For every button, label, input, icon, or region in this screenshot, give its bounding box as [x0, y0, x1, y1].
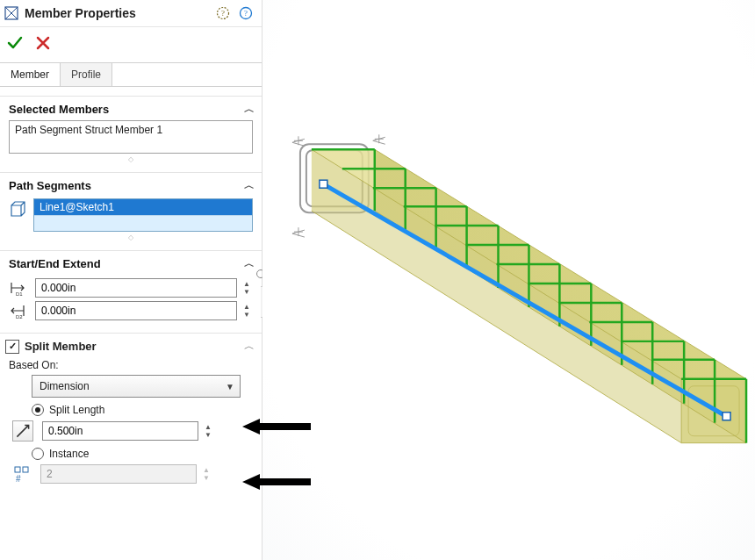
d1-input[interactable] [35, 278, 237, 298]
svg-rect-7 [15, 467, 20, 472]
path-segments-empty-area[interactable] [34, 215, 252, 231]
split-length-input[interactable] [42, 421, 198, 441]
instance-count-input [40, 464, 197, 484]
svg-text:D1: D1 [16, 291, 23, 297]
instance-label: Instance [49, 448, 89, 460]
path-segments-list[interactable]: Line1@Sketch1 [33, 198, 253, 232]
collapse-icon: ︿ [244, 102, 255, 117]
member-feature-icon [4, 5, 19, 21]
group-title-start-end: Start/End Extend [9, 257, 101, 270]
help-icon[interactable]: ? [239, 6, 253, 20]
svg-rect-8 [23, 467, 28, 472]
collapse-icon: ︿ [244, 256, 255, 271]
group-start-end-extend: Start/End Extend ︿ D1 ▲▼ D2 [0, 250, 262, 329]
group-split-member: ✓ Split Member ︿ Based On: Dimension ▼ S… [0, 333, 262, 491]
svg-marker-15 [312, 149, 681, 442]
path-segments-icon [9, 200, 28, 219]
group-header-start-end[interactable]: Start/End Extend ︿ [0, 253, 262, 273]
group-path-segments: Path Segments ︿ Line1@Sketch1 ◇ [0, 172, 262, 247]
based-on-label: Based On: [0, 355, 262, 373]
svg-rect-45 [320, 180, 327, 188]
svg-rect-46 [723, 413, 730, 420]
group-header-selected-members[interactable]: Selected Members ︿ [0, 98, 262, 118]
collapse-icon: ︿ [244, 339, 255, 354]
d1-spinner[interactable]: ▲▼ [241, 278, 253, 298]
svg-text:?: ? [221, 9, 225, 18]
svg-text:D2: D2 [16, 314, 23, 319]
split-length-spinner[interactable]: ▲▼ [202, 421, 214, 441]
annotation-arrow-split-length [242, 472, 311, 492]
group-selected-members: Selected Members ︿ Path Segment Struct M… [0, 96, 262, 169]
instance-count-icon: # [12, 464, 32, 484]
group-header-split-member[interactable]: ✓ Split Member ︿ [0, 335, 262, 355]
tab-member[interactable]: Member [0, 63, 61, 86]
reverse-direction-button[interactable] [12, 420, 33, 442]
path-segment-item[interactable]: Line1@Sketch1 [34, 199, 252, 215]
based-on-value: Dimension [40, 380, 90, 392]
split-length-radio[interactable] [32, 404, 44, 416]
instance-radio[interactable] [32, 448, 44, 460]
selected-member-item[interactable]: Path Segment Struct Member 1 [15, 124, 247, 136]
d2-spinner[interactable]: ▲▼ [241, 301, 253, 320]
panel-titlebar: Member Properties ? ? [0, 0, 262, 27]
chevron-down-icon: ▼ [226, 382, 234, 391]
graphics-viewport[interactable] [262, 0, 755, 560]
svg-text:?: ? [244, 9, 248, 18]
cancel-button[interactable] [35, 35, 51, 51]
detailed-help-icon[interactable]: ? [216, 6, 230, 20]
ok-cancel-row [0, 27, 262, 62]
tabs: Member Profile [0, 62, 262, 87]
split-member-checkbox[interactable]: ✓ [5, 340, 19, 354]
instance-count-spinner: ▲▼ [200, 464, 212, 484]
selected-members-list[interactable]: Path Segment Struct Member 1 [9, 120, 253, 154]
list-resize-grip[interactable]: ◇ [9, 232, 253, 241]
tab-profile[interactable]: Profile [61, 63, 112, 86]
panel-title: Member Properties [25, 6, 136, 20]
group-header-path-segments[interactable]: Path Segments ︿ [0, 175, 262, 195]
split-length-label: Split Length [49, 404, 104, 416]
svg-line-44 [324, 184, 727, 417]
annotation-arrow-based-on [242, 417, 311, 436]
d2-input[interactable] [35, 301, 237, 320]
group-title-path-segments: Path Segments [9, 179, 91, 192]
svg-marker-47 [242, 419, 311, 434]
property-panel: Member Properties ? ? Member Profile [0, 0, 262, 560]
d1-icon: D1 [9, 279, 30, 297]
structural-member-model [262, 0, 755, 560]
group-title-selected-members: Selected Members [9, 103, 109, 116]
list-resize-grip[interactable]: ◇ [9, 154, 253, 163]
ok-button[interactable] [7, 35, 23, 51]
svg-marker-48 [242, 474, 311, 490]
collapse-icon: ︿ [244, 178, 255, 193]
group-title-split: Split Member [25, 340, 97, 353]
based-on-combo[interactable]: Dimension ▼ [32, 375, 241, 398]
d2-icon: D2 [9, 302, 30, 319]
svg-text:#: # [16, 474, 21, 484]
